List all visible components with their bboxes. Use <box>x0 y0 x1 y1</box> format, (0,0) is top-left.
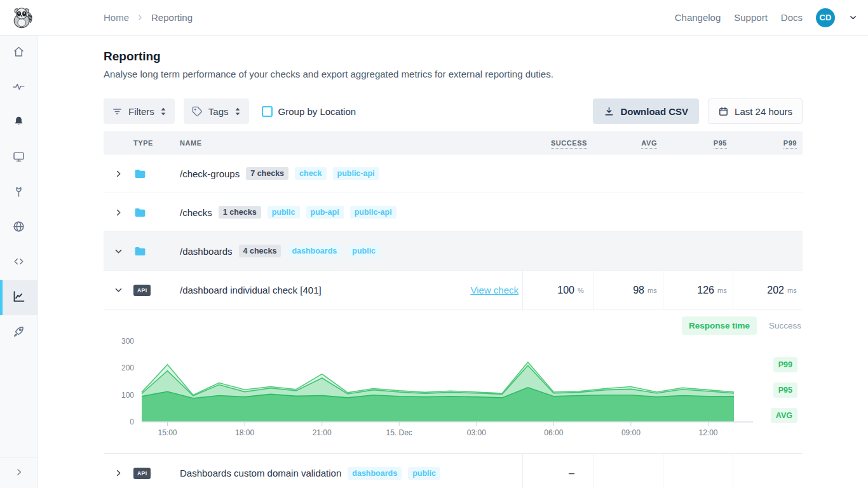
chart-tabs: Response time Success <box>682 316 801 335</box>
chart-legend: P99 P95 AVG <box>771 357 797 423</box>
tag-badge[interactable]: public <box>348 245 380 257</box>
breadcrumb-separator-icon <box>136 13 144 22</box>
group-by-location-checkbox[interactable] <box>262 106 273 117</box>
sidebar-item-cli[interactable] <box>0 245 37 280</box>
tag-badge[interactable]: pub-api <box>306 206 344 219</box>
bell-icon <box>12 115 25 131</box>
col-header-avg[interactable]: Avg <box>593 139 663 147</box>
tag-icon <box>192 106 203 117</box>
avatar[interactable]: CD <box>816 8 835 27</box>
tab-response-time[interactable]: Response time <box>682 316 757 335</box>
col-header-p99[interactable]: P99 <box>733 139 803 147</box>
time-range-label: Last 24 hours <box>735 106 792 117</box>
chevron-right-icon[interactable] <box>104 208 133 217</box>
sort-arrows-icon <box>234 107 241 116</box>
col-header-p95[interactable]: P95 <box>663 139 733 147</box>
table-row-dashboards-custom-domain[interactable]: API Dashboards custom domain validation … <box>104 453 803 488</box>
chevron-right-icon[interactable] <box>104 169 133 179</box>
breadcrumb-home[interactable]: Home <box>104 12 129 23</box>
rocket-icon <box>12 325 25 341</box>
tab-success[interactable]: Success <box>769 321 801 330</box>
group-by-location-toggle[interactable]: Group by Location <box>262 106 356 117</box>
chevron-down-icon[interactable] <box>104 247 133 256</box>
svg-text:09:00: 09:00 <box>621 428 641 437</box>
nav-link-docs[interactable]: Docs <box>781 12 803 23</box>
avg-cell: 98ms <box>593 271 663 309</box>
nav-link-changelog[interactable]: Changelog <box>675 12 721 23</box>
page-title: Reporting <box>104 50 803 64</box>
table-row-dashboard-individual-check[interactable]: API /dashboard individual check [401] Vi… <box>104 271 803 310</box>
toolbar: Filters Tags Group by Location Downloa <box>104 98 803 124</box>
svg-text:15:00: 15:00 <box>158 428 177 437</box>
response-time-chart-section: Response time Success 010020030015:0018:… <box>104 310 803 442</box>
group-name: /dashboards <box>180 246 233 257</box>
svg-text:12:00: 12:00 <box>698 428 717 437</box>
col-header-success[interactable]: Success <box>522 139 593 147</box>
p99-cell: 202ms <box>733 271 803 309</box>
svg-text:0: 0 <box>130 417 134 426</box>
reporting-table: Type Name Success Avg P95 P99 /check-gro… <box>104 132 803 488</box>
breadcrumb-current: Reporting <box>151 12 193 23</box>
tag-badge[interactable]: public-api <box>333 167 379 180</box>
check-count-badge: 1 checks <box>219 206 261 219</box>
tag-badge[interactable]: dashboards <box>348 467 402 480</box>
tag-badge[interactable]: public-api <box>350 206 397 219</box>
account-chevron-down-icon[interactable] <box>848 13 858 22</box>
download-csv-button[interactable]: Download CSV <box>593 98 699 124</box>
globe-icon <box>12 220 25 236</box>
pulse-icon <box>12 80 25 96</box>
chevron-right-icon <box>14 467 24 480</box>
sidebar-item-home[interactable] <box>0 36 37 71</box>
api-type-badge: API <box>133 285 151 296</box>
response-time-chart: 010020030015:0018:0021:0015. Dec03:0006:… <box>115 336 779 442</box>
check-count-badge: 7 checks <box>246 167 288 180</box>
tag-badge[interactable]: check <box>295 167 326 180</box>
chevron-down-icon[interactable] <box>104 285 133 295</box>
svg-text:200: 200 <box>121 363 134 372</box>
svg-text:100: 100 <box>121 391 134 400</box>
folder-icon <box>133 167 180 180</box>
tag-badge[interactable]: public <box>268 206 300 219</box>
sidebar <box>0 36 38 488</box>
table-row-dashboards[interactable]: /dashboards 4 checks dashboards public <box>104 232 803 271</box>
chevron-right-icon[interactable] <box>104 468 133 478</box>
svg-text:18:00: 18:00 <box>235 428 254 437</box>
folder-icon <box>133 206 180 219</box>
col-header-type: Type <box>133 139 180 147</box>
calendar-icon <box>718 106 729 117</box>
chart-line-icon <box>12 290 25 306</box>
nav-link-support[interactable]: Support <box>734 12 768 23</box>
home-icon <box>12 45 25 61</box>
tag-badge[interactable]: public <box>408 467 440 480</box>
page-subtitle: Analyse long term performance of your ch… <box>104 69 803 79</box>
filter-icon <box>112 106 123 117</box>
group-name: /check-groups <box>180 168 240 179</box>
sidebar-item-reporting[interactable] <box>0 280 37 315</box>
table-row-check-groups[interactable]: /check-groups 7 checks check public-api <box>104 154 803 193</box>
sidebar-item-maintenance[interactable] <box>0 175 37 210</box>
tags-label: Tags <box>208 106 229 117</box>
check-name: /dashboard individual check [401] <box>180 285 322 295</box>
sidebar-item-checks[interactable] <box>0 71 37 105</box>
raccoon-logo[interactable] <box>10 4 36 31</box>
tags-button[interactable]: Tags <box>184 98 249 124</box>
top-nav: Home Reporting Changelog Support Docs CD <box>0 0 868 36</box>
download-csv-label: Download CSV <box>620 106 688 117</box>
wrench-icon <box>12 185 25 201</box>
view-check-link[interactable]: View check <box>470 285 519 295</box>
table-row-checks[interactable]: /checks 1 checks public pub-api public-a… <box>104 193 803 232</box>
monitor-icon <box>12 150 25 166</box>
legend-p99[interactable]: P99 <box>773 357 797 372</box>
legend-p95[interactable]: P95 <box>773 383 797 398</box>
sidebar-expand-button[interactable] <box>0 458 37 488</box>
legend-avg[interactable]: AVG <box>771 408 797 423</box>
sidebar-item-quickstart[interactable] <box>0 315 37 350</box>
filters-button[interactable]: Filters <box>104 98 175 124</box>
tag-badge[interactable]: dashboards <box>287 245 341 257</box>
api-type-badge: API <box>133 468 151 479</box>
sidebar-item-locations[interactable] <box>0 210 37 245</box>
time-range-button[interactable]: Last 24 hours <box>708 98 803 124</box>
sidebar-item-dashboards[interactable] <box>0 140 37 175</box>
download-icon <box>604 106 614 117</box>
sidebar-item-alerts[interactable] <box>0 105 37 140</box>
